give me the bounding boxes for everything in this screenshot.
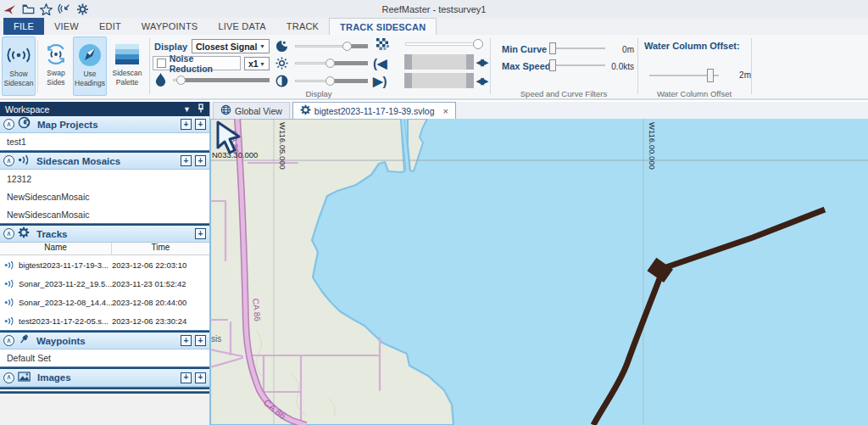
tracks-table-header[interactable]: Name Time [0, 243, 209, 255]
min-curve-value: 0m [602, 45, 634, 54]
lon-east-grid-label: W116.00.000 [648, 122, 657, 170]
pin-icon[interactable] [198, 103, 204, 115]
collapse-chevron-icon[interactable]: ∧ [3, 119, 14, 130]
map-tab-bar: Global View bigtest2023-11-17-19-39.svlo… [210, 102, 868, 119]
add-icon[interactable]: + [181, 119, 192, 130]
add-icon[interactable]: + [181, 155, 192, 166]
sonar-file-icon [0, 260, 19, 270]
menu-live-data[interactable]: LIVE DATA [208, 18, 275, 35]
section-header-images[interactable]: ∧ Images + + [0, 369, 209, 387]
palette-stripes-icon [114, 40, 140, 69]
water-column-offset-slider[interactable] [649, 69, 719, 82]
water-droplet-icon [154, 72, 167, 90]
favorites-star-icon[interactable] [40, 3, 53, 15]
brightness-sun-icon [275, 57, 288, 73]
menu-bar: FILE VIEW EDIT WAYPOINTS LIVE DATA TRACK… [0, 18, 868, 35]
section-header-sidescan-mosaics[interactable]: ∧ Sidescan Mosaics + + [0, 153, 209, 170]
port-range-bar[interactable] [404, 54, 474, 70]
track-time: 2023-12-06 23:30:24 [112, 316, 209, 326]
water-column-offset-value: 2m [731, 70, 751, 80]
max-speed-value: 0.0kts [602, 62, 634, 71]
min-curve-label: Min Curve [502, 44, 547, 54]
waypoints-title: Waypoints [36, 336, 86, 346]
add-new-icon[interactable]: + [195, 119, 206, 130]
show-sidescan-button[interactable]: Show Sidescan [2, 36, 36, 96]
track-name: bigtest2023-11-17-19-3... [19, 260, 112, 270]
sonar-file-icon [0, 298, 19, 307]
display-group-label: Display [149, 89, 488, 98]
noise-multiplier-dropdown[interactable]: x1▼ [244, 57, 270, 70]
map-project-item[interactable]: test1 [0, 133, 209, 150]
table-row[interactable]: Sonar_2023-12-08_14.4... 2023-12-08 20:4… [0, 293, 209, 311]
starboard-range-bar[interactable] [404, 73, 474, 88]
map-canvas[interactable]: N033.30.000 W116.05.000 W116.00.000 CA 8… [210, 119, 868, 425]
water-column-offset-label: Water Column Offset: [644, 41, 740, 51]
swap-sides-label: Swap Sides [39, 69, 73, 87]
collapse-chevron-icon[interactable]: ∧ [3, 335, 14, 346]
menu-file[interactable]: FILE [3, 18, 44, 35]
add-icon[interactable]: + [181, 335, 192, 346]
open-folder-icon[interactable] [22, 3, 35, 14]
add-new-icon[interactable]: + [195, 335, 206, 346]
add-new-icon[interactable]: + [195, 155, 206, 166]
section-header-map-projects[interactable]: ∧ Map Projects + + [0, 116, 209, 133]
contrast-slider[interactable] [295, 76, 368, 86]
column-name[interactable]: Name [0, 243, 112, 254]
table-row[interactable]: Sonar_2023-11-22_19.5... 2023-11-23 01:5… [0, 274, 209, 293]
table-row[interactable]: test2023-11-17-22-05.s... 2023-12-06 23:… [0, 311, 209, 330]
mosaic-item[interactable]: NewSidescanMosaic [0, 205, 209, 223]
display-dropdown-label: Display [154, 42, 187, 52]
sonar-import-icon[interactable] [58, 3, 71, 15]
collapse-panel-icon[interactable]: ▼ [183, 105, 191, 114]
section-divider [0, 391, 209, 394]
show-sidescan-label: Show Sidescan [3, 70, 35, 87]
chevron-down-icon: ▼ [259, 43, 265, 49]
brightness-slider[interactable] [295, 59, 368, 68]
zoom-slider[interactable] [405, 39, 485, 50]
group-separator [149, 38, 150, 94]
section-header-waypoints[interactable]: ∧ Waypoints + + [0, 333, 209, 350]
tab-global-view[interactable]: Global View [213, 102, 290, 119]
max-speed-slider[interactable] [549, 59, 605, 71]
settings-gear-icon[interactable] [76, 3, 89, 15]
track-time: 2023-12-08 20:44:00 [112, 298, 209, 307]
port-range-arrows-icon[interactable]: ◀▶ [476, 57, 486, 68]
use-headings-button[interactable]: Use Headings [73, 36, 107, 96]
gamma-slider[interactable] [295, 42, 368, 51]
mosaic-item[interactable]: 12312 [0, 170, 209, 187]
collapse-chevron-icon[interactable]: ∧ [3, 155, 14, 166]
sidescan-palette-button[interactable]: Sidescan Palette [108, 36, 146, 96]
starboard-range-arrows-icon[interactable]: ◀▶ [476, 75, 486, 87]
menu-edit[interactable]: EDIT [89, 18, 131, 35]
waypoint-set-item[interactable]: Default Set [0, 350, 209, 366]
menu-waypoints[interactable]: WAYPOINTS [131, 18, 209, 35]
add-new-icon[interactable]: + [195, 228, 206, 239]
add-new-icon[interactable]: + [195, 372, 206, 383]
sonar-waves-icon [6, 41, 31, 70]
mosaic-item[interactable]: NewSidescanMosaic [0, 187, 209, 205]
section-header-tracks[interactable]: ∧ Tracks + [0, 226, 209, 243]
group-separator [490, 38, 491, 94]
blend-slider[interactable] [173, 75, 270, 85]
collapse-chevron-icon[interactable]: ∧ [3, 372, 14, 383]
add-icon[interactable]: + [181, 372, 192, 383]
display-mode-dropdown[interactable]: Closest Signal▼ [192, 39, 270, 53]
tab-label: Global View [235, 106, 282, 116]
menu-track-sidescan[interactable]: TRACK SIDESCAN [329, 18, 437, 35]
table-row[interactable]: bigtest2023-11-17-19-3... 2023-12-06 22:… [0, 255, 209, 274]
skip-back-icon[interactable]: (◀ [373, 57, 387, 70]
collapse-chevron-icon[interactable]: ∧ [3, 228, 14, 239]
min-curve-slider[interactable] [549, 42, 605, 54]
images-title: Images [37, 372, 71, 383]
app-logo-icon[interactable] [3, 3, 17, 15]
swap-sides-button[interactable]: Swap Sides [39, 36, 73, 96]
track-time: 2023-11-23 01:52:42 [112, 279, 209, 288]
tab-svlog[interactable]: bigtest2023-11-17-19-39.svlog × [292, 102, 456, 119]
menu-view[interactable]: VIEW [44, 18, 89, 35]
sidescan-palette-label: Sidescan Palette [108, 69, 146, 87]
close-icon[interactable]: × [443, 106, 448, 116]
column-time[interactable]: Time [112, 243, 209, 254]
menu-track[interactable]: TRACK [276, 18, 329, 35]
skip-forward-icon[interactable]: ▶) [373, 75, 387, 87]
noise-reduction-checkbox[interactable] [157, 59, 166, 68]
